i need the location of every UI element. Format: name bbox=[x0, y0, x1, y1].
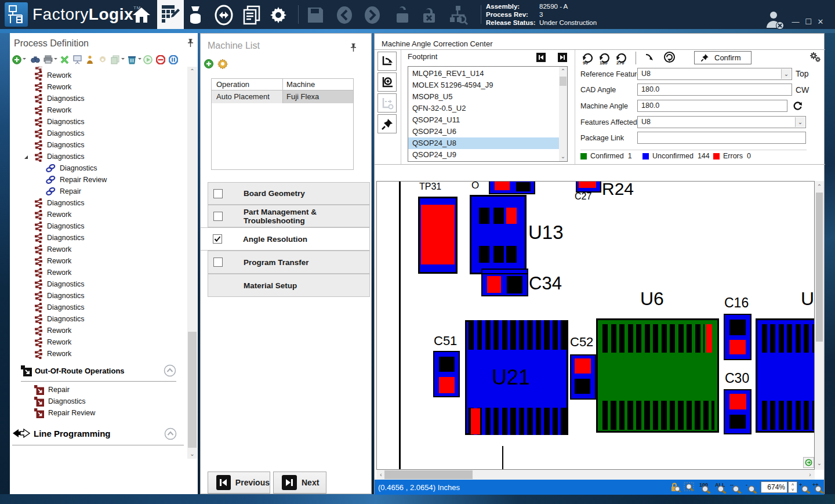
oor-item-repair-review[interactable]: Repair Review bbox=[34, 407, 95, 419]
tree-item-diagnostics[interactable]: Diagnostics bbox=[34, 93, 85, 104]
step-checkbox[interactable] bbox=[213, 212, 223, 221]
scroll-up-arrow[interactable]: ⌃ bbox=[187, 67, 197, 76]
footprint-item-qsop24_u6[interactable]: QSOP24_U6 bbox=[408, 126, 559, 137]
sync-icon[interactable] bbox=[213, 5, 234, 26]
home-icon[interactable] bbox=[131, 5, 152, 26]
forward-icon[interactable] bbox=[362, 5, 383, 26]
tree-item-diagnostics[interactable]: Diagnostics bbox=[34, 290, 85, 302]
tree-item-rework[interactable]: Rework bbox=[34, 244, 71, 255]
pause-icon[interactable] bbox=[169, 55, 178, 64]
machine-angle-input[interactable]: 180.0 bbox=[637, 100, 787, 112]
user-icon[interactable] bbox=[764, 10, 785, 32]
pcb-scroll-right[interactable]: › bbox=[807, 470, 814, 480]
tree-item-diagnostics[interactable]: Diagnostics bbox=[34, 139, 85, 151]
tree-item-repair[interactable]: Repair bbox=[45, 186, 81, 197]
fp-scroll-up[interactable]: ⌃ bbox=[559, 67, 567, 76]
lock-x-icon[interactable] bbox=[419, 5, 440, 26]
package-link-input[interactable] bbox=[637, 132, 806, 144]
previous-button[interactable]: Previous bbox=[208, 472, 270, 494]
col-operation[interactable]: Operation bbox=[212, 79, 283, 90]
oor-item-repair[interactable]: Repair bbox=[34, 384, 70, 396]
add-machine-icon[interactable] bbox=[204, 59, 213, 71]
maximize-button[interactable]: ☐ bbox=[804, 17, 813, 26]
footprint-item-qsop24_u9[interactable]: QSOP24_U9 bbox=[408, 149, 559, 161]
delete-icon-caret[interactable] bbox=[138, 58, 141, 61]
tree-item-diagnostics[interactable]: Diagnostics bbox=[34, 220, 85, 232]
last-footprint-button[interactable] bbox=[558, 53, 567, 62]
print-icon-caret[interactable] bbox=[54, 58, 57, 61]
gear-disabled-icon[interactable] bbox=[98, 55, 107, 64]
zoom-100-icon[interactable]: 100 bbox=[699, 482, 712, 495]
add-operation-icon[interactable] bbox=[12, 55, 21, 64]
tree-item-rework[interactable]: Rework bbox=[34, 255, 71, 267]
tree-item-diagnostics[interactable]: Diagnostics bbox=[34, 278, 85, 290]
materials-icon[interactable] bbox=[186, 5, 206, 26]
flow-search-icon[interactable] bbox=[448, 5, 469, 26]
tree-item-rework[interactable]: Rework bbox=[34, 325, 71, 336]
footprint-item-mlqp16_rev1_u14[interactable]: MLQP16_REV1_U14 bbox=[408, 68, 559, 79]
zoom-all-icon[interactable]: ALL bbox=[715, 482, 728, 495]
print-icon[interactable] bbox=[43, 55, 53, 64]
refresh-angle-icon[interactable] bbox=[793, 101, 803, 113]
step-angle-resolution[interactable]: Angle Resolution bbox=[201, 227, 370, 251]
unlock-icon[interactable] bbox=[392, 5, 413, 26]
resume-icon[interactable] bbox=[143, 55, 153, 64]
pin-icon-2[interactable] bbox=[350, 43, 357, 55]
tree-item-diagnostics[interactable]: Diagnostics bbox=[34, 313, 85, 325]
settings-icon[interactable] bbox=[268, 5, 289, 26]
col-machine[interactable]: Machine bbox=[283, 79, 315, 90]
footprint-item-qfn-32-0.5_u2[interactable]: QFN-32-0.5_U2 bbox=[408, 103, 559, 114]
tree-item-rework[interactable]: Rework bbox=[34, 336, 71, 348]
tree-item-rework[interactable]: Rework bbox=[34, 70, 71, 81]
zoom-out2-icon[interactable]: -- bbox=[730, 482, 743, 495]
copy-disabled-icon[interactable] bbox=[111, 55, 120, 64]
scroll-down-arrow[interactable]: ⌄ bbox=[187, 449, 197, 459]
step-program-transfer[interactable]: Program Transfer bbox=[208, 251, 370, 274]
pin-feature-button[interactable] bbox=[377, 114, 397, 133]
bell-icon[interactable] bbox=[86, 55, 95, 64]
zoom-window-icon[interactable] bbox=[684, 482, 695, 494]
pcb-fit-button[interactable] bbox=[803, 457, 814, 468]
tree-item-diagnostics[interactable]: Diagnostics bbox=[34, 232, 85, 244]
tree-item-diagnostics[interactable]: Diagnostics bbox=[34, 151, 85, 162]
footprint-item-msop8_u5[interactable]: MSOP8_U5 bbox=[408, 91, 559, 103]
delete-icon[interactable] bbox=[128, 55, 137, 64]
oor-item-diagnostics[interactable]: Diagnostics bbox=[34, 396, 86, 407]
step-part-management-troubleshooting[interactable]: Part Management & Troubleshooting bbox=[208, 205, 370, 227]
zoom-in2-icon[interactable]: ++ bbox=[812, 482, 825, 495]
zoom-in-icon[interactable]: + bbox=[799, 482, 812, 495]
pcb-vscrollbar-thumb[interactable] bbox=[816, 193, 823, 342]
zoom-lock-icon[interactable] bbox=[670, 482, 681, 494]
tree-scrollbar-thumb[interactable] bbox=[188, 332, 197, 448]
back-icon[interactable] bbox=[334, 5, 355, 26]
presentation-icon[interactable] bbox=[73, 55, 82, 64]
rotate-once-icon[interactable] bbox=[645, 53, 654, 64]
pcb-scroll-up[interactable]: ⌃ bbox=[815, 182, 824, 191]
first-footprint-button[interactable] bbox=[536, 53, 546, 62]
footprint-scrollbar[interactable]: ⌃ ⌄ bbox=[559, 67, 567, 161]
pcb-scroll-down[interactable]: ⌄ bbox=[815, 459, 824, 468]
step-material-setup[interactable]: Material Setup bbox=[208, 274, 370, 297]
cad-angle-input[interactable]: 180.0 bbox=[637, 84, 792, 96]
validate-icon[interactable] bbox=[60, 55, 70, 64]
pcb-hscrollbar[interactable]: ‹ › bbox=[376, 470, 815, 480]
collapse-line-programming-icon[interactable] bbox=[164, 427, 177, 440]
add-operation-icon-caret[interactable] bbox=[23, 58, 26, 61]
line-programming-header[interactable]: Line Programming bbox=[13, 426, 111, 440]
oor-header[interactable]: Out-Of-Route Operations bbox=[21, 364, 125, 377]
rotate-270-icon[interactable]: 270 bbox=[614, 51, 628, 67]
tree-item-rework[interactable]: Rework bbox=[34, 81, 71, 93]
find-icon[interactable] bbox=[31, 55, 40, 64]
fp-scrollbar-thumb[interactable] bbox=[560, 77, 567, 86]
zoom-spinner[interactable]: ˄˅ bbox=[788, 481, 797, 493]
machine-settings-icon[interactable] bbox=[217, 59, 228, 71]
move-feature-button-disabled[interactable] bbox=[377, 93, 397, 113]
step-checkbox[interactable] bbox=[213, 189, 223, 198]
next-button[interactable]: Next bbox=[273, 472, 326, 494]
pcb-viewport[interactable]: OTP31U13C34C27R24U6C16C30C51U21C52U bbox=[376, 181, 815, 470]
footprint-item-molex 51296-4594_j9[interactable]: MOLEX 51296-4594_J9 bbox=[408, 79, 559, 91]
fp-scroll-down[interactable]: ⌄ bbox=[559, 152, 567, 161]
tree-scrollbar[interactable]: ⌃ ⌄ bbox=[187, 67, 197, 459]
machine-row[interactable]: Auto Placement Fuji Flexa bbox=[212, 90, 353, 103]
stop-icon[interactable] bbox=[156, 55, 165, 64]
